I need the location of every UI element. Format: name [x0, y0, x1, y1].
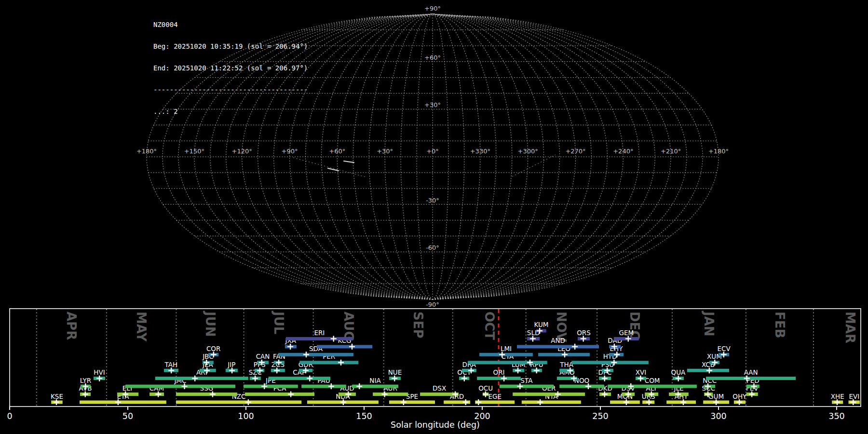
peak-marker [475, 399, 481, 405]
sky-map: +90°+60°+30°-30°-60°-90°+180°+150°+120°+… [136, 5, 729, 308]
longitude-label: +150° [184, 148, 204, 155]
peak-marker [646, 399, 652, 405]
axis-tick-label: 300 [710, 411, 726, 421]
peak-marker [572, 344, 578, 350]
shower-label: COM [645, 377, 660, 384]
peak-marker [96, 376, 102, 381]
month-label: OCT [482, 312, 497, 340]
axis-title: Solar longitude (deg) [391, 420, 480, 430]
meridian-line [433, 14, 544, 299]
peak-marker [192, 376, 198, 381]
latitude-label: -60° [426, 244, 439, 251]
month-label: JUN [203, 311, 217, 337]
peak-marker [676, 376, 681, 381]
axis-tick-label: 250 [592, 411, 608, 421]
shower-label: DSX [433, 384, 446, 392]
peak-marker [349, 344, 355, 350]
peak-marker [401, 399, 407, 405]
shower-bar [571, 361, 649, 364]
peak-marker [602, 376, 608, 381]
peak-marker [229, 367, 235, 373]
peak-marker [182, 383, 188, 389]
peak-marker [834, 399, 840, 405]
shower-bar [513, 393, 585, 396]
shower-label: ECV [717, 345, 731, 353]
shower-label: XVI [636, 368, 646, 376]
peak-marker [210, 392, 216, 397]
shower-bar [706, 377, 796, 380]
month-label: APR [64, 312, 79, 340]
meteor-trail [512, 155, 556, 176]
shower-bar [468, 361, 547, 364]
shower-bar [522, 401, 581, 404]
shower-label: XHE [831, 393, 844, 400]
shower-bar [373, 393, 408, 396]
shower-label: EVI [849, 393, 859, 400]
shower-bar [278, 353, 353, 356]
app-window: NZ0004 Beg: 20251020 10:35:19 (sol = 206… [0, 0, 868, 434]
shower-bar [176, 393, 237, 396]
shower-bar [389, 401, 435, 404]
shower-bar [479, 353, 533, 356]
peak-marker [749, 392, 755, 397]
peak-marker [483, 392, 488, 397]
peak-marker [463, 399, 469, 405]
longitude-label: +300° [518, 148, 538, 155]
peak-marker [340, 399, 346, 405]
peak-marker [54, 399, 59, 405]
peak-marker [155, 392, 161, 397]
peak-marker [637, 376, 643, 381]
shower-bar [244, 385, 298, 388]
shower-label: AND [551, 337, 565, 344]
peak-marker [392, 376, 397, 381]
month-label: FEB [773, 312, 787, 338]
latitude-label: +30° [424, 101, 441, 108]
shower-label: TAH [164, 361, 178, 368]
shower-bar [80, 401, 166, 404]
peak-marker [288, 392, 294, 397]
peak-marker [82, 392, 88, 397]
shower-bar [500, 385, 554, 388]
axis-tick-label: 100 [238, 411, 254, 421]
shower-label: ORI [493, 368, 505, 376]
shower-label: CAN [256, 353, 270, 360]
month-label: JUL [271, 311, 286, 334]
shower-bar [559, 385, 604, 388]
peak-marker [562, 352, 568, 357]
shower-label: ERI [314, 329, 325, 337]
peak-marker [581, 336, 586, 341]
shower-bar [286, 337, 353, 340]
peak-marker [287, 344, 293, 350]
peak-marker [382, 392, 388, 397]
shower-bar [608, 385, 697, 388]
latitude-label: +90° [424, 5, 441, 12]
peak-marker [501, 376, 507, 381]
longitude-label: +90° [282, 148, 298, 155]
shower-label: NIA [369, 377, 381, 384]
meteor-track [344, 161, 354, 163]
latitude-label: -30° [426, 197, 439, 204]
longitude-label: +210° [661, 148, 681, 155]
peak-marker [534, 367, 540, 373]
meridian-line [258, 14, 433, 299]
latitude-label: +60° [424, 54, 441, 61]
peak-marker [624, 399, 629, 405]
longitude-label: +180° [708, 148, 729, 155]
shower-bar [176, 401, 301, 404]
shower-bar [125, 385, 235, 388]
shower-label: JIP [227, 361, 235, 368]
axis-tick-label: 0 [7, 411, 12, 421]
longitude-label: +0° [426, 148, 439, 155]
meridian-line [433, 14, 703, 299]
peak-marker [245, 399, 251, 405]
peak-marker [356, 383, 362, 389]
shower-label: QUA [671, 368, 686, 376]
latitude-label: -90° [426, 301, 439, 308]
shower-label: OHY [732, 393, 747, 400]
shower-label: AAN [744, 368, 758, 376]
month-label: MAY [134, 312, 149, 342]
longitude-label: +60° [329, 148, 345, 155]
peak-marker [274, 367, 280, 373]
shower-bar [517, 345, 599, 348]
peak-marker [307, 376, 312, 381]
